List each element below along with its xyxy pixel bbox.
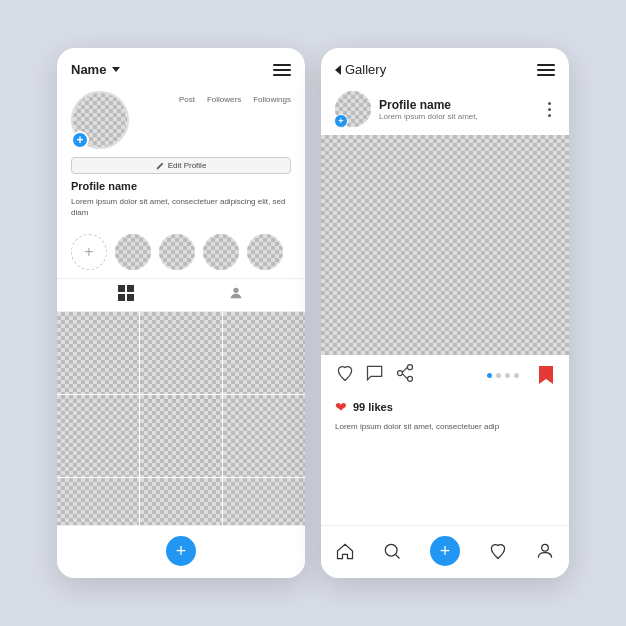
menu-icon[interactable] — [273, 64, 291, 76]
likes-row: ❤ 99 likes — [321, 395, 569, 419]
share-button[interactable] — [395, 363, 415, 387]
like-button[interactable] — [335, 363, 355, 387]
right-profile-row: + Profile name Lorem ipsum dolor sit ame… — [321, 85, 569, 135]
right-profile-icon — [535, 541, 555, 561]
gallery-label: Gallery — [345, 62, 386, 77]
svg-line-5 — [403, 367, 408, 372]
edit-profile-button[interactable]: Edit Profile — [71, 157, 291, 174]
dot-2 — [496, 373, 501, 378]
edit-profile-label: Edit Profile — [168, 161, 207, 170]
post-cell-6[interactable] — [223, 395, 305, 477]
stat-followings: Followings — [253, 95, 291, 104]
stats-row: Post Followers Followings — [139, 91, 291, 104]
post-image-placeholder — [321, 135, 569, 355]
left-phone: Name + — [57, 48, 305, 578]
profile-name: Profile name — [71, 180, 291, 192]
post-cell-9[interactable] — [223, 478, 305, 525]
likes-count: 99 likes — [353, 401, 393, 413]
right-phone: Gallery + Profile name Lor — [321, 48, 569, 578]
right-search-icon — [382, 541, 402, 561]
right-bottom-nav: + — [321, 525, 569, 578]
tagged-view-button[interactable] — [228, 285, 244, 305]
post-cell-1[interactable] — [57, 312, 139, 394]
carousel-dots — [487, 373, 519, 378]
svg-point-0 — [233, 288, 238, 293]
dot-1 — [487, 373, 492, 378]
right-likes-nav-button[interactable] — [488, 541, 508, 561]
post-caption: Lorem ipsum dolor sit amet, consectetuer… — [321, 419, 569, 440]
action-row — [321, 355, 569, 395]
username-label: Name — [71, 62, 106, 77]
main-post-image — [321, 135, 569, 355]
chevron-down-icon — [112, 67, 120, 72]
dot-3 — [505, 373, 510, 378]
followers-label: Followers — [207, 95, 241, 104]
share-icon — [395, 363, 415, 383]
stories-row: + — [57, 226, 305, 278]
posts-label: Post — [179, 95, 195, 104]
right-avatar: + — [335, 91, 371, 127]
followings-label: Followings — [253, 95, 291, 104]
right-heart-icon — [488, 541, 508, 561]
right-profile-nav-button[interactable] — [535, 541, 555, 561]
bookmark-icon — [537, 364, 555, 386]
grid-posts-container — [57, 312, 305, 525]
right-add-post-button[interactable]: + — [430, 536, 460, 566]
heart-filled-icon: ❤ — [335, 399, 347, 415]
add-post-button[interactable]: + — [166, 536, 196, 566]
person-icon — [228, 285, 244, 301]
right-menu-icon[interactable] — [537, 64, 555, 76]
right-home-icon — [335, 541, 355, 561]
add-avatar-button[interactable]: + — [71, 131, 89, 149]
svg-line-7 — [396, 555, 400, 559]
profile-bio: Lorem ipsum dolor sit amet, consectetuer… — [71, 196, 291, 218]
right-profile-name: Profile name — [379, 98, 536, 112]
heart-action-icon — [335, 363, 355, 383]
comment-icon — [365, 363, 385, 383]
svg-line-4 — [403, 374, 408, 379]
right-profile-bio: Lorem ipsum dolor sit amet, — [379, 112, 536, 121]
story-3[interactable] — [203, 234, 239, 270]
back-button[interactable]: Gallery — [335, 62, 386, 77]
bottom-nav: + — [57, 525, 305, 578]
svg-point-8 — [542, 544, 549, 551]
add-story-button[interactable]: + — [71, 234, 107, 270]
back-arrow-icon — [335, 65, 341, 75]
stat-followers: Followers — [207, 95, 241, 104]
more-options-button[interactable] — [544, 98, 555, 121]
post-cell-4[interactable] — [57, 395, 139, 477]
dot-4 — [514, 373, 519, 378]
stat-posts: Post — [179, 95, 195, 104]
story-1[interactable] — [115, 234, 151, 270]
posts-grid — [57, 312, 305, 525]
right-search-nav-button[interactable] — [382, 541, 402, 561]
grid-view-button[interactable] — [118, 285, 134, 301]
right-add-button[interactable]: + — [334, 114, 348, 128]
post-cell-7[interactable] — [57, 478, 139, 525]
story-2[interactable] — [159, 234, 195, 270]
right-header: Gallery — [321, 48, 569, 85]
save-button[interactable] — [537, 364, 555, 386]
edit-icon — [156, 162, 164, 170]
username-dropdown[interactable]: Name — [71, 62, 120, 77]
story-4[interactable] — [247, 234, 283, 270]
post-cell-2[interactable] — [140, 312, 222, 394]
post-cell-5[interactable] — [140, 395, 222, 477]
profile-top: + Post Followers Followings — [71, 91, 291, 149]
view-toggle — [57, 278, 305, 312]
profile-section: + Post Followers Followings — [57, 85, 305, 226]
left-header: Name — [57, 48, 305, 85]
comment-button[interactable] — [365, 363, 385, 387]
post-cell-3[interactable] — [223, 312, 305, 394]
avatar-wrap: + — [71, 91, 129, 149]
right-profile-info: Profile name Lorem ipsum dolor sit amet, — [379, 98, 536, 121]
post-cell-8[interactable] — [140, 478, 222, 525]
right-home-nav-button[interactable] — [335, 541, 355, 561]
svg-point-6 — [386, 544, 398, 556]
